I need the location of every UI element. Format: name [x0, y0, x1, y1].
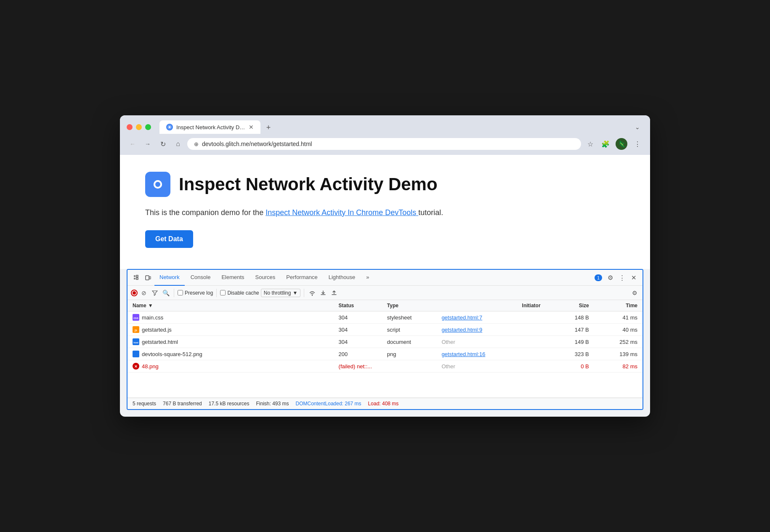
devtools-close-button[interactable]: ✕ — [628, 272, 639, 283]
devtools-panel: Network Console Elements Sources Perform… — [127, 269, 643, 410]
initiator-column-header[interactable]: Initiator — [436, 300, 545, 311]
tab-close-button[interactable]: ✕ — [249, 124, 254, 130]
size-column-header[interactable]: Size — [546, 300, 594, 311]
tab-sources[interactable]: Sources — [250, 270, 281, 286]
tab-lighthouse[interactable]: Lighthouse — [324, 270, 361, 286]
record-button[interactable] — [131, 290, 138, 296]
home-button[interactable]: ⌂ — [172, 138, 184, 150]
disable-cache-checkbox[interactable]: Disable cache — [220, 290, 259, 296]
table-header-row: Name ▼ Status Type Initiator Size Time — [127, 300, 643, 311]
tab-favicon — [166, 124, 173, 130]
svg-text:js: js — [134, 329, 137, 332]
type-column-header[interactable]: Type — [382, 300, 437, 311]
disable-cache-input[interactable] — [220, 290, 226, 295]
name-cell: devtools-square-512.png — [127, 348, 334, 360]
initiator-link[interactable]: getstarted.html:7 — [441, 314, 482, 321]
search-button[interactable]: 🔍 — [161, 288, 170, 298]
tab-more[interactable]: » — [361, 270, 374, 286]
toolbar-divider2 — [216, 289, 217, 297]
file-name-failed: 48.png — [142, 363, 159, 370]
empty-row — [127, 372, 643, 398]
toolbar-divider3 — [304, 289, 304, 297]
table-header: Name ▼ Status Type Initiator Size Time — [127, 300, 643, 311]
devtools-settings-button[interactable]: ⚙ — [605, 272, 616, 283]
status-column-header[interactable]: Status — [334, 300, 382, 311]
status-cell-failed: (failed) net::... — [334, 360, 382, 372]
forward-button[interactable]: → — [142, 138, 154, 150]
refresh-button[interactable]: ↻ — [157, 138, 169, 150]
chrome-menu-button[interactable]: ⋮ — [632, 138, 643, 150]
chrome-logo — [145, 172, 170, 197]
initiator-link[interactable]: getstarted.html:9 — [441, 327, 482, 333]
tracking-protection-icon: ⊕ — [194, 141, 199, 147]
new-tab-button[interactable]: + — [262, 121, 275, 134]
file-name: main.css — [142, 314, 163, 321]
size-cell: 149 B — [546, 336, 594, 348]
preserve-log-input[interactable] — [178, 290, 183, 295]
js-file-icon: js — [133, 326, 139, 333]
file-name: getstarted.html — [142, 339, 178, 345]
close-traffic-light[interactable] — [127, 124, 133, 130]
finish-time: Finish: 493 ms — [256, 401, 289, 407]
maximize-traffic-light[interactable] — [145, 124, 151, 130]
file-name: getstarted.js — [142, 327, 172, 333]
window-menu-button[interactable]: ⌄ — [632, 122, 643, 132]
export-har-button[interactable] — [329, 288, 339, 298]
devtools-more-button[interactable]: ⋮ — [616, 272, 627, 283]
tab-more-label: » — [366, 274, 369, 280]
url-bar[interactable]: ⊕ devtools.glitch.me/network/getstarted.… — [187, 138, 581, 150]
svg-rect-12 — [146, 276, 149, 280]
filter-button[interactable] — [150, 288, 159, 298]
minimize-traffic-light[interactable] — [136, 124, 142, 130]
devtools-tutorial-link[interactable]: Inspect Network Activity In Chrome DevTo… — [266, 208, 418, 217]
failed-status: (failed) net::... — [339, 363, 372, 370]
page-description: This is the companion demo for the Inspe… — [145, 207, 625, 218]
home-icon: ⌂ — [176, 140, 180, 148]
bookmark-button[interactable]: ☆ — [584, 138, 596, 150]
time-column-header[interactable]: Time — [594, 300, 643, 311]
tab-performance[interactable]: Performance — [281, 270, 322, 286]
name-sort[interactable]: Name ▼ — [133, 303, 153, 309]
import-har-button[interactable] — [319, 288, 328, 298]
description-pre: This is the companion demo for the — [145, 208, 266, 217]
initiator-link[interactable]: getstarted.html:16 — [441, 351, 485, 357]
table-row[interactable]: js getstarted.js 304 script getstarted.h… — [127, 324, 643, 336]
status-bar: 5 requests 767 B transferred 17.5 kB res… — [127, 398, 643, 409]
devtools-right-controls: 1 ⚙ ⋮ ✕ — [595, 272, 639, 283]
online-button[interactable] — [308, 288, 317, 298]
name-cell: ✕ 48.png — [127, 360, 334, 372]
size-cell: 323 B — [546, 348, 594, 360]
profile-avatar[interactable]: 🦎 — [615, 137, 628, 151]
extension-button[interactable]: 🧩 — [600, 138, 611, 150]
tab-console[interactable]: Console — [186, 270, 216, 286]
back-button[interactable]: ← — [127, 138, 138, 150]
status-cell: 304 — [334, 336, 382, 348]
time-cell: 41 ms — [594, 311, 643, 324]
star-icon: ☆ — [587, 140, 593, 148]
tab-network[interactable]: Network — [154, 270, 185, 286]
tab-elements[interactable]: Elements — [216, 270, 249, 286]
table-row[interactable]: html getstarted.html 304 document Other … — [127, 336, 643, 348]
get-data-button[interactable]: Get Data — [145, 230, 193, 248]
active-tab[interactable]: Inspect Network Activity Dem ✕ — [159, 120, 260, 134]
tab-title: Inspect Network Activity Dem — [176, 124, 245, 130]
table-row[interactable]: devtools-square-512.png 200 png getstart… — [127, 348, 643, 360]
page-header: Inspect Network Activity Demo — [145, 172, 625, 197]
refresh-icon: ↻ — [160, 140, 166, 148]
back-icon: ← — [130, 141, 135, 147]
name-cell: css main.css — [127, 311, 334, 324]
extension-icon: 🧩 — [601, 140, 610, 148]
tabs-container: Inspect Network Activity Dem ✕ + — [159, 120, 627, 134]
size-cell: 147 B — [546, 324, 594, 336]
clear-button[interactable]: ⊘ — [139, 288, 149, 298]
preserve-log-checkbox[interactable]: Preserve log — [178, 290, 213, 296]
table-row[interactable]: ✕ 48.png (failed) net::... Other 0 B 82 … — [127, 360, 643, 372]
network-settings-button[interactable]: ⚙ — [630, 288, 639, 298]
device-toolbar-button[interactable] — [143, 272, 154, 283]
tab-performance-label: Performance — [286, 274, 317, 280]
table-row[interactable]: css main.css 304 stylesheet getstarted.h… — [127, 311, 643, 324]
throttle-dropdown[interactable]: No throttling ▼ — [261, 289, 301, 297]
svg-rect-20 — [133, 351, 139, 357]
selector-tool-button[interactable] — [131, 272, 142, 283]
name-cell: js getstarted.js — [127, 324, 334, 336]
